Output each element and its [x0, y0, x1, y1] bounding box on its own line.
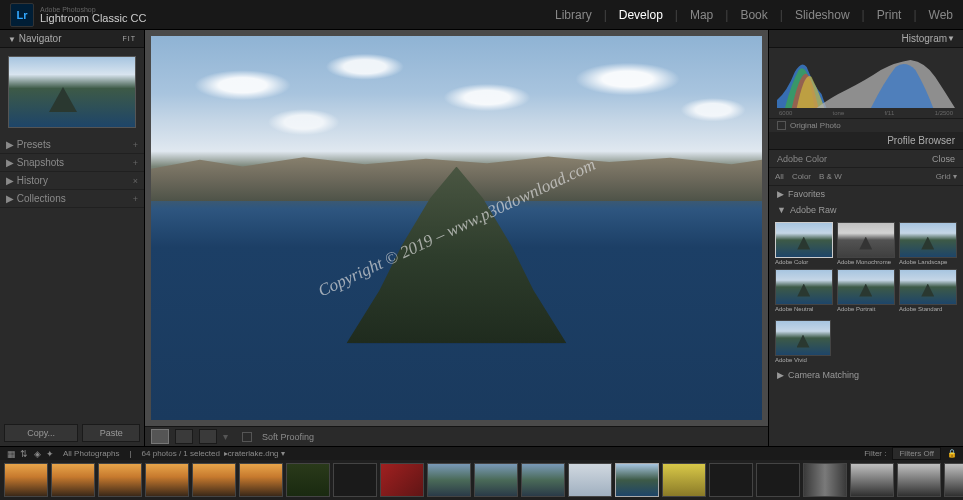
filmstrip-thumb[interactable] [850, 463, 894, 497]
filmstrip-thumb[interactable] [192, 463, 236, 497]
module-picker: Library| Develop| Map| Book| Slideshow| … [555, 8, 953, 22]
filmstrip-thumb[interactable] [756, 463, 800, 497]
filmstrip-thumb[interactable] [474, 463, 518, 497]
filmstrip-thumb[interactable] [333, 463, 377, 497]
panel-history[interactable]: ▶ History× [0, 172, 144, 190]
logo-icon: Lr [10, 3, 34, 27]
profile-adobe-monochrome[interactable]: Adobe Monochrome [837, 222, 895, 265]
filmstrip-thumb[interactable] [944, 463, 963, 497]
profile-close-button[interactable]: Close [932, 154, 955, 164]
filmstrip-thumb[interactable] [51, 463, 95, 497]
camera-matching-section[interactable]: ▶Camera Matching [769, 367, 963, 383]
right-panel: Histogram ▼ 6000 tone f/11 1/2500 Origin… [768, 30, 963, 446]
photo-count: 64 photos / 1 selected [142, 449, 220, 458]
panel-collections[interactable]: ▶ Collections+ [0, 190, 144, 208]
profile-adobe-neutral[interactable]: Adobe Neutral [775, 269, 833, 312]
app-logo: Lr Adobe Photoshop Lightroom Classic CC [10, 3, 146, 27]
soft-proofing-checkbox[interactable] [242, 432, 252, 442]
filmstrip-thumb[interactable] [4, 463, 48, 497]
painter-icon[interactable]: ✦ [45, 449, 55, 459]
filmstrip-thumb-selected[interactable] [615, 463, 659, 497]
filter-bw[interactable]: B & W [819, 172, 842, 181]
filmstrip-thumb[interactable] [521, 463, 565, 497]
profile-adobe-vivid[interactable]: Adobe Vivid [775, 320, 957, 363]
module-book[interactable]: Book [740, 8, 767, 22]
profile-adobe-landscape[interactable]: Adobe Landscape [899, 222, 957, 265]
paste-button[interactable]: Paste [82, 424, 140, 442]
profile-filter-row: All Color B & W Grid ▾ [769, 168, 963, 186]
filmstrip-thumb[interactable] [803, 463, 847, 497]
selected-filename: craterlake.dng [228, 449, 279, 458]
current-profile-name: Adobe Color [777, 154, 827, 164]
profile-adobe-standard[interactable]: Adobe Standard [899, 269, 957, 312]
lock-icon[interactable]: 🔒 [947, 449, 957, 458]
navigator-header[interactable]: ▼ Navigator FIT [0, 30, 144, 48]
original-photo-toggle[interactable]: Original Photo [769, 118, 963, 132]
module-map[interactable]: Map [690, 8, 713, 22]
grid-view-toggle[interactable]: Grid ▾ [936, 172, 957, 181]
filmstrip-thumb[interactable] [897, 463, 941, 497]
filters-off-button[interactable]: Filters Off [892, 447, 941, 460]
profile-adobe-portrait[interactable]: Adobe Portrait [837, 269, 895, 312]
copy-button[interactable]: Copy... [4, 424, 78, 442]
filmstrip-thumb[interactable] [98, 463, 142, 497]
panel-snapshots[interactable]: ▶ Snapshots+ [0, 154, 144, 172]
current-profile-row: Adobe Color Close [769, 150, 963, 168]
module-web[interactable]: Web [929, 8, 953, 22]
sort-icon[interactable]: ⇅ [19, 449, 29, 459]
profile-browser-header[interactable]: Profile Browser [769, 132, 963, 150]
flag-icon[interactable]: ◈ [32, 449, 42, 459]
grid-icon[interactable]: ▦ [6, 449, 16, 459]
compare-view-button[interactable] [175, 429, 193, 444]
filter-label: Filter : [864, 449, 886, 458]
module-print[interactable]: Print [877, 8, 902, 22]
histogram-header[interactable]: Histogram ▼ [769, 30, 963, 48]
module-develop[interactable]: Develop [619, 8, 663, 22]
module-slideshow[interactable]: Slideshow [795, 8, 850, 22]
top-bar: Lr Adobe Photoshop Lightroom Classic CC … [0, 0, 963, 30]
filmstrip-thumb[interactable] [568, 463, 612, 497]
histogram-display[interactable]: 6000 tone f/11 1/2500 [769, 48, 963, 118]
filmstrip-thumb[interactable] [380, 463, 424, 497]
filter-color[interactable]: Color [792, 172, 811, 181]
filmstrip-thumb[interactable] [709, 463, 753, 497]
profile-grid: Adobe Color Adobe Monochrome Adobe Lands… [769, 218, 963, 316]
module-library[interactable]: Library [555, 8, 592, 22]
center-canvas-area: Copyright © 2019 – www.p30download.com ▾… [145, 30, 768, 446]
product-text: Lightroom Classic CC [40, 13, 146, 24]
profile-adobe-color[interactable]: Adobe Color [775, 222, 833, 265]
loupe-view-button[interactable] [151, 429, 169, 444]
filmstrip-thumb[interactable] [427, 463, 471, 497]
filmstrip-thumb[interactable] [286, 463, 330, 497]
favorites-section[interactable]: ▶Favorites [769, 186, 963, 202]
filmstrip-thumb[interactable] [239, 463, 283, 497]
filmstrip-thumb[interactable] [662, 463, 706, 497]
before-after-button[interactable] [199, 429, 217, 444]
navigator-thumbnail[interactable] [8, 56, 136, 128]
main-photo[interactable]: Copyright © 2019 – www.p30download.com [151, 36, 762, 420]
left-panel: ▼ Navigator FIT ▶ Presets+ ▶ Snapshots+ … [0, 30, 145, 446]
panel-presets[interactable]: ▶ Presets+ [0, 136, 144, 154]
status-bar: ▦ ⇅ ◈ ✦ All Photographs | 64 photos / 1 … [0, 446, 963, 460]
soft-proofing-label: Soft Proofing [262, 432, 314, 442]
adobe-raw-section[interactable]: ▼Adobe Raw [769, 202, 963, 218]
filter-all[interactable]: All [775, 172, 784, 181]
filmstrip[interactable] [0, 460, 963, 500]
filmstrip-thumb[interactable] [145, 463, 189, 497]
source-label[interactable]: All Photographs [63, 449, 119, 458]
develop-toolbar: ▾ Soft Proofing [145, 426, 768, 446]
